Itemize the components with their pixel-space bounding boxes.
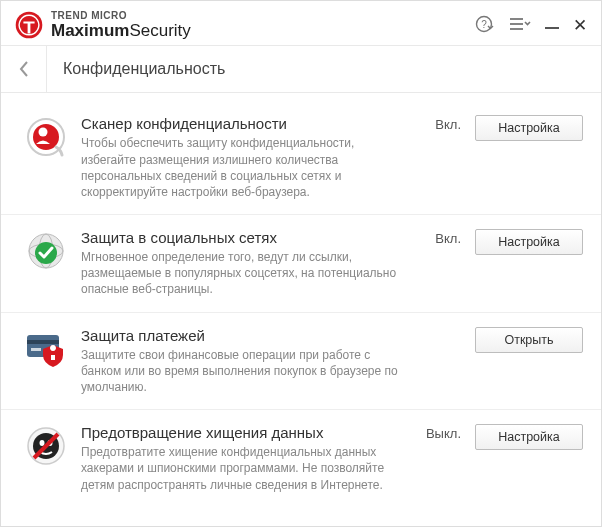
data-theft-icon (25, 424, 67, 493)
row-privacy-scanner: Сканер конфиденциальности Вкл. Чтобы обе… (1, 101, 601, 215)
svg-rect-14 (27, 340, 59, 344)
svg-text:?: ? (481, 19, 487, 30)
app-window: TREND MICRO MaximumSecurity ? (0, 0, 602, 527)
row-state: Выкл. (417, 426, 461, 441)
svg-rect-15 (31, 348, 41, 351)
row-title: Сканер конфиденциальности (81, 115, 407, 132)
pay-guard-icon (25, 327, 67, 396)
privacy-scanner-icon (25, 115, 67, 200)
brand-light: Security (129, 21, 190, 40)
subheader: Конфиденциальность (1, 45, 601, 93)
row-pay-guard: Защита платежей Защитите свои финансовые… (1, 313, 601, 411)
close-button[interactable]: ✕ (573, 15, 587, 36)
row-data-theft: Предотвращение хищения данных Выкл. Пред… (1, 410, 601, 507)
header-controls: ? ✕ (475, 15, 587, 36)
row-desc: Предотвратите хищение конфиденциальных д… (81, 444, 401, 493)
row-desc: Мгновенное определение того, ведут ли сс… (81, 249, 401, 298)
back-button[interactable] (1, 46, 47, 92)
svg-point-18 (40, 440, 45, 446)
svg-point-8 (39, 128, 48, 137)
help-button[interactable]: ? (475, 15, 495, 35)
row-title: Предотвращение хищения данных (81, 424, 407, 441)
open-button[interactable]: Открыть (475, 327, 583, 353)
row-state: Вкл. (417, 231, 461, 246)
row-social-protection: Защита в социальных сетях Вкл. Мгновенно… (1, 215, 601, 313)
header: TREND MICRO MaximumSecurity ? (1, 1, 601, 45)
minimize-button[interactable] (545, 21, 559, 29)
row-state: Вкл. (417, 117, 461, 132)
configure-button[interactable]: Настройка (475, 229, 583, 255)
minimize-icon (545, 27, 559, 29)
configure-button[interactable]: Настройка (475, 424, 583, 450)
row-title: Защита платежей (81, 327, 407, 344)
brand-text: TREND MICRO MaximumSecurity (51, 11, 191, 39)
row-desc: Защитите свои финансовые операции при ра… (81, 347, 401, 396)
social-protection-icon (25, 229, 67, 298)
page-title: Конфиденциальность (47, 60, 225, 78)
brand-bold: Maximum (51, 21, 129, 40)
content: Сканер конфиденциальности Вкл. Чтобы обе… (1, 93, 601, 526)
configure-button[interactable]: Настройка (475, 115, 583, 141)
row-desc: Чтобы обеспечить защиту конфиденциальнос… (81, 135, 401, 200)
menu-button[interactable] (509, 15, 531, 35)
trendmicro-logo-icon (15, 11, 43, 39)
row-title: Защита в социальных сетях (81, 229, 407, 246)
